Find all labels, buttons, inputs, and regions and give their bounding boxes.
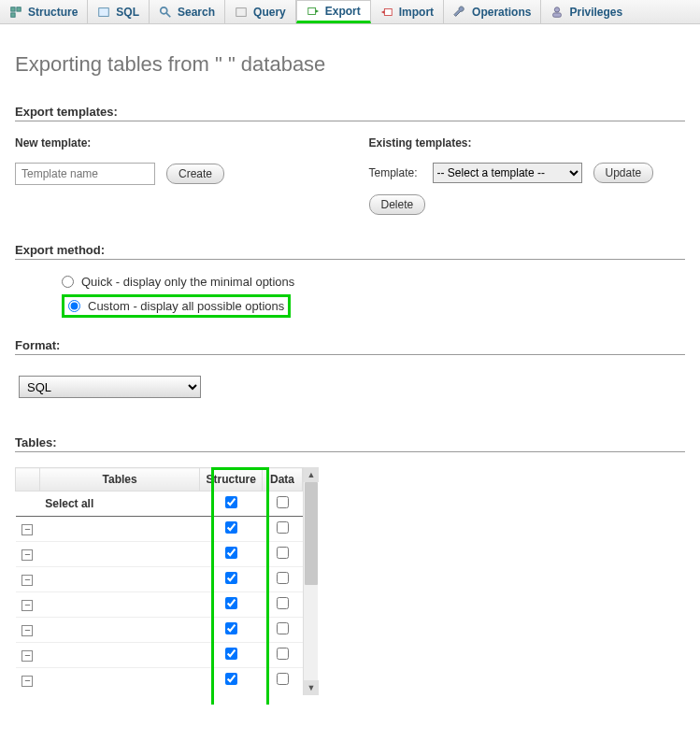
tab-structure[interactable]: Structure	[0, 0, 88, 23]
collapse-icon[interactable]: −	[21, 625, 33, 636]
structure-icon	[9, 6, 22, 19]
export-icon	[307, 5, 320, 18]
section-tables: Tables:	[15, 435, 685, 452]
svg-rect-2	[11, 12, 15, 16]
privileges-icon	[550, 6, 564, 19]
col-data: Data	[263, 468, 303, 492]
create-button[interactable]: Create	[166, 164, 224, 184]
select-all-structure-checkbox[interactable]	[225, 496, 237, 508]
tab-label: Search	[178, 6, 215, 19]
sql-icon	[97, 6, 110, 19]
method-quick-radio[interactable]	[62, 276, 74, 288]
structure-checkbox[interactable]	[225, 597, 237, 609]
tab-import[interactable]: Import	[371, 0, 444, 23]
collapse-icon[interactable]: −	[21, 650, 33, 662]
section-format: Format:	[15, 338, 685, 355]
table-name-cell	[39, 668, 200, 693]
tab-label: Query	[253, 6, 286, 19]
table-name-cell	[39, 567, 200, 592]
template-word: Template:	[369, 166, 418, 179]
svg-rect-8	[384, 8, 392, 15]
scroll-up-arrow[interactable]: ▲	[304, 467, 319, 482]
collapse-icon[interactable]: −	[21, 600, 33, 611]
tables-table: Tables Structure Data Select all −−−−−−−	[15, 467, 303, 692]
tab-label: SQL	[116, 6, 139, 19]
col-structure: Structure	[200, 468, 263, 492]
method-quick-label: Quick - display only the minimal options	[81, 275, 294, 289]
page-title: Exporting tables from " " database	[15, 52, 685, 77]
structure-checkbox[interactable]	[225, 521, 237, 534]
tab-query[interactable]: Query	[225, 0, 296, 23]
scroll-down-arrow[interactable]: ▼	[304, 680, 319, 695]
tab-label: Export	[325, 5, 361, 18]
template-select[interactable]: -- Select a template --	[433, 163, 582, 183]
table-name-cell	[39, 643, 200, 668]
section-method: Export method:	[15, 243, 685, 260]
svg-rect-1	[17, 7, 21, 10]
section-templates: Export templates:	[15, 105, 685, 121]
wrench-icon	[453, 6, 466, 19]
format-select[interactable]: SQL	[19, 376, 201, 398]
table-name-cell	[39, 542, 200, 567]
tab-label: Privileges	[569, 6, 622, 19]
structure-checkbox[interactable]	[225, 648, 237, 660]
table-name-cell	[39, 618, 200, 643]
select-all-data-checkbox[interactable]	[277, 496, 289, 508]
tab-privileges[interactable]: Privileges	[541, 0, 632, 23]
svg-rect-0	[11, 7, 15, 10]
table-name-cell	[39, 517, 200, 542]
method-custom-radio[interactable]	[68, 299, 80, 313]
tab-label: Operations	[472, 6, 531, 19]
tab-operations[interactable]: Operations	[444, 0, 541, 23]
tab-export[interactable]: Export	[296, 0, 371, 23]
scroll-thumb[interactable]	[305, 482, 318, 585]
structure-checkbox[interactable]	[225, 622, 237, 634]
tab-sql[interactable]: SQL	[88, 0, 150, 23]
svg-rect-7	[307, 7, 315, 14]
svg-line-5	[166, 12, 170, 16]
update-button[interactable]: Update	[593, 163, 654, 183]
top-tabbar: Structure SQL Search Query Export Import…	[0, 0, 700, 24]
search-icon	[159, 6, 172, 19]
col-tables: Tables	[39, 468, 200, 492]
collapse-icon[interactable]: −	[21, 549, 33, 561]
tab-label: Structure	[28, 6, 78, 19]
structure-checkbox[interactable]	[225, 572, 237, 584]
structure-checkbox[interactable]	[225, 547, 237, 559]
table-name-cell	[39, 592, 200, 618]
svg-point-9	[555, 7, 560, 11]
delete-button[interactable]: Delete	[369, 194, 426, 215]
data-checkbox[interactable]	[277, 521, 289, 534]
svg-rect-10	[553, 12, 562, 16]
existing-templates-label: Existing templates:	[369, 136, 686, 150]
svg-rect-6	[236, 7, 247, 16]
tab-label: Import	[399, 6, 434, 19]
import-icon	[380, 6, 393, 19]
new-template-label: New template:	[15, 136, 332, 150]
structure-checkbox[interactable]	[225, 673, 237, 685]
svg-point-4	[161, 7, 167, 13]
template-name-input[interactable]	[15, 163, 155, 185]
tab-search[interactable]: Search	[150, 0, 225, 23]
data-checkbox[interactable]	[277, 622, 289, 634]
collapse-icon[interactable]: −	[21, 524, 33, 535]
data-checkbox[interactable]	[277, 673, 289, 685]
data-checkbox[interactable]	[277, 597, 289, 609]
collapse-icon[interactable]: −	[21, 676, 33, 687]
method-custom-label: Custom - display all possible options	[88, 299, 284, 313]
select-all-label[interactable]: Select all	[39, 492, 200, 517]
query-icon	[235, 6, 248, 19]
data-checkbox[interactable]	[277, 572, 289, 584]
table-scrollbar[interactable]: ▲ ▼	[303, 467, 318, 695]
svg-rect-3	[99, 7, 109, 16]
collapse-icon[interactable]: −	[21, 575, 33, 586]
data-checkbox[interactable]	[277, 648, 289, 660]
data-checkbox[interactable]	[277, 547, 289, 559]
